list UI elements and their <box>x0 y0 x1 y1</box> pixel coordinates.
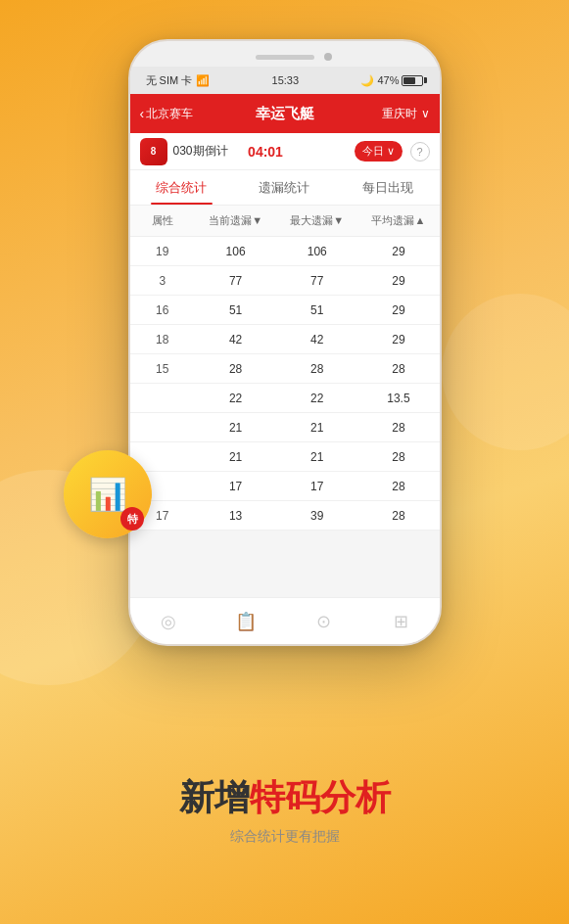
td-attr: 16 <box>130 296 196 324</box>
td-avg: 13.5 <box>357 384 439 412</box>
table-row: 17 17 28 <box>130 472 440 501</box>
bottom-nav-chart[interactable]: ⊙ <box>285 611 362 632</box>
badge-chart-icon: 📊 <box>88 476 127 513</box>
period-countdown: 04:01 <box>248 144 283 160</box>
badge-overlay: 📊 特 <box>64 450 152 538</box>
nav-right-area[interactable]: 重庆时 ∨ <box>371 106 430 122</box>
th-current-miss[interactable]: 当前遗漏▼ <box>195 206 276 236</box>
nav-title: 幸运飞艇 <box>199 105 371 123</box>
sub-title: 综合统计更有把握 <box>0 828 569 846</box>
td-max: 22 <box>276 384 357 412</box>
td-current: 21 <box>195 442 276 471</box>
bottom-nav-home[interactable]: ◎ <box>130 611 208 632</box>
td-avg: 29 <box>357 296 439 324</box>
table-row: 16 51 51 29 <box>130 296 440 325</box>
period-text: 030期倒计 <box>173 143 245 160</box>
phone-camera <box>324 53 332 61</box>
table-row: 17 13 39 28 <box>130 501 440 531</box>
data-table: 属性 当前遗漏▼ 最大遗漏▼ 平均遗漏▲ 19 106 106 29 3 77 … <box>130 206 440 531</box>
td-avg: 28 <box>357 472 439 500</box>
help-button[interactable]: ? <box>410 142 430 162</box>
tab-missed[interactable]: 遗漏统计 <box>233 170 336 205</box>
td-current: 13 <box>195 501 276 530</box>
table-header: 属性 当前遗漏▼ 最大遗漏▼ 平均遗漏▲ <box>130 206 440 237</box>
td-avg: 28 <box>357 501 439 530</box>
moon-icon: 🌙 <box>360 74 374 87</box>
td-current: 106 <box>195 237 276 265</box>
td-avg: 29 <box>357 266 439 295</box>
battery-percent: 47% <box>377 74 399 86</box>
status-right: 🌙 47% <box>360 74 423 87</box>
td-attr: 3 <box>130 266 196 295</box>
td-max: 77 <box>276 266 357 295</box>
table-row: 21 21 28 <box>130 442 440 472</box>
th-max-miss[interactable]: 最大遗漏▼ <box>276 206 357 236</box>
td-attr: 18 <box>130 325 196 353</box>
phone-speaker <box>256 55 314 60</box>
period-bar: 8 030期倒计 04:01 今日 ∨ ? <box>130 133 440 170</box>
status-bar: 无 SIM 卡 📶 15:33 🌙 47% <box>130 67 440 94</box>
status-time: 15:33 <box>272 74 300 86</box>
grid-icon: ⊞ <box>394 611 408 632</box>
td-max: 106 <box>276 237 357 265</box>
table-row: 3 77 77 29 <box>130 266 440 296</box>
td-max: 28 <box>276 354 357 383</box>
td-max: 51 <box>276 296 357 324</box>
home-icon: ◎ <box>161 611 176 632</box>
nav-back-arrow-icon: ‹ <box>140 106 145 121</box>
period-logo-text: 8 <box>151 146 157 157</box>
th-attribute: 属性 <box>130 206 196 236</box>
td-current: 77 <box>195 266 276 295</box>
today-dropdown-icon: ∨ <box>387 145 395 158</box>
nav-dropdown-icon: ∨ <box>421 107 430 120</box>
main-title-highlight: 特码分析 <box>250 774 391 822</box>
list-icon: 📋 <box>235 611 257 632</box>
badge-circle: 📊 特 <box>64 450 152 538</box>
table-row: 15 28 28 28 <box>130 354 440 384</box>
bottom-nav-grid[interactable]: ⊞ <box>362 611 440 632</box>
bottom-text-area: 新增 特码分析 综合统计更有把握 <box>0 774 569 846</box>
td-attr <box>130 413 196 441</box>
today-label: 今日 <box>362 144 384 159</box>
help-icon: ? <box>416 146 422 158</box>
bottom-nav: ◎ 📋 ⊙ ⊞ <box>130 597 440 644</box>
tab-comprehensive[interactable]: 综合统计 <box>130 170 233 205</box>
td-current: 42 <box>195 325 276 353</box>
td-max: 42 <box>276 325 357 353</box>
td-max: 39 <box>276 501 357 530</box>
nav-back-label: 北京赛车 <box>146 106 193 122</box>
td-current: 22 <box>195 384 276 412</box>
main-title: 新增 特码分析 <box>0 774 569 822</box>
td-attr: 15 <box>130 354 196 383</box>
phone-mockup: 无 SIM 卡 📶 15:33 🌙 47% ‹ 北京赛车 幸运飞艇 <box>128 39 442 646</box>
phone-frame: 无 SIM 卡 📶 15:33 🌙 47% ‹ 北京赛车 幸运飞艇 <box>128 39 442 646</box>
nav-back-button[interactable]: ‹ 北京赛车 <box>140 106 199 122</box>
td-max: 21 <box>276 442 357 471</box>
bottom-nav-list[interactable]: 📋 <box>208 611 285 632</box>
tabs-bar: 综合统计 遗漏统计 每日出现 <box>130 170 440 206</box>
chart-icon: ⊙ <box>316 611 331 632</box>
battery-icon <box>402 75 423 86</box>
tab-daily[interactable]: 每日出现 <box>336 170 439 205</box>
td-current: 51 <box>195 296 276 324</box>
td-current: 17 <box>195 472 276 500</box>
td-avg: 29 <box>357 237 439 265</box>
today-button[interactable]: 今日 ∨ <box>355 141 403 162</box>
th-avg-miss[interactable]: 平均遗漏▲ <box>357 206 439 236</box>
status-left: 无 SIM 卡 📶 <box>146 73 211 88</box>
tab-comprehensive-label: 综合统计 <box>156 179 207 197</box>
td-attr <box>130 384 196 412</box>
wifi-icon: 📶 <box>196 74 210 87</box>
td-avg: 28 <box>357 442 439 471</box>
tab-missed-label: 遗漏统计 <box>259 179 309 197</box>
td-attr: 19 <box>130 237 196 265</box>
app-content: ‹ 北京赛车 幸运飞艇 重庆时 ∨ 8 030期倒计 04:01 今日 <box>130 94 440 644</box>
nav-bar: ‹ 北京赛车 幸运飞艇 重庆时 ∨ <box>130 94 440 133</box>
tab-daily-label: 每日出现 <box>362 179 413 197</box>
td-avg: 29 <box>357 325 439 353</box>
table-row: 19 106 106 29 <box>130 237 440 266</box>
bg-circle-right <box>442 294 569 450</box>
td-current: 21 <box>195 413 276 441</box>
td-avg: 28 <box>357 354 439 383</box>
nav-right-label: 重庆时 <box>382 106 417 122</box>
